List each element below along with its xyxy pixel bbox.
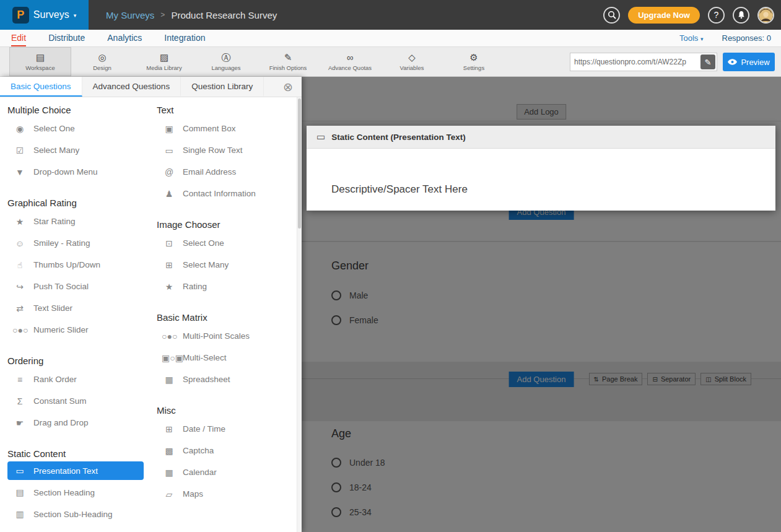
qt-single-row-text[interactable]: ▭ Single Row Text [157, 139, 302, 161]
qt-email-address[interactable]: @ Email Address [157, 161, 302, 183]
panel-scrollbar[interactable] [297, 97, 302, 532]
survey-editor-main: Add Logo Add Question Gender Male Female [302, 77, 781, 532]
group-title: Static Content [7, 448, 157, 459]
qt-section-sub-heading[interactable]: ▥ Section Sub-Heading [7, 504, 157, 525]
toolbar-variables[interactable]: ◇ Variables [381, 47, 443, 76]
qt-select-one[interactable]: ◉ Select One [7, 118, 157, 139]
qt-multi-point-scales[interactable]: ○●○ Multi-Point Scales [157, 325, 302, 347]
scrollbar-thumb[interactable] [298, 98, 301, 229]
tab-advanced-questions[interactable]: Advanced Questions [82, 77, 181, 97]
panel-body: Multiple Choice ◉ Select One ☑ Select Ma… [0, 97, 302, 532]
hand-pointer-icon: ☛ [12, 418, 27, 428]
qt-maps[interactable]: ▱ Maps [157, 483, 302, 505]
question-mark-icon: ? [714, 10, 719, 20]
smiley-icon: ☺ [12, 238, 27, 248]
app: P Surveys ▾ My Surveys > Product Researc… [0, 0, 781, 532]
qt-numeric-slider[interactable]: ○●○ Numeric Slider [7, 319, 157, 341]
toolbar-design[interactable]: ◎ Design [71, 47, 133, 76]
responses-count[interactable]: Responses: 0 [722, 33, 772, 43]
group-graphical-rating: Graphical Rating ★ Star Rating ☺ Smiley … [7, 198, 157, 341]
tools-label: Tools [679, 33, 698, 43]
edit-url-button[interactable]: ✎ [700, 55, 715, 69]
qt-select-many[interactable]: ☑ Select Many [7, 139, 157, 161]
main-nav: Edit Distribute Analytics Integration To… [0, 30, 781, 47]
radio-icon: ◉ [12, 124, 27, 134]
qt-multi-select[interactable]: ▣○▣ Multi-Select [157, 347, 302, 368]
qt-dropdown-menu[interactable]: ▼ Drop-down Menu [7, 161, 157, 183]
search-icon [608, 11, 616, 19]
panel-tabs: Basic Questions Advanced Questions Quest… [0, 77, 302, 97]
tab-question-library[interactable]: Question Library [181, 77, 264, 97]
calendar-icon: ▦ [162, 468, 177, 477]
qt-smiley-rating[interactable]: ☺ Smiley - Rating [7, 232, 157, 254]
toolbar-media-library[interactable]: ▨ Media Library [133, 47, 195, 76]
notifications-button[interactable] [733, 7, 749, 24]
upgrade-button[interactable]: Upgrade Now [628, 7, 700, 24]
design-icon: ◎ [98, 53, 106, 62]
workspace-icon: ▤ [36, 53, 45, 62]
tools-menu[interactable]: Tools ▾ [679, 33, 704, 43]
toolbar-advance-quotas[interactable]: ∞ Advance Quotas [319, 47, 381, 76]
tab-edit[interactable]: Edit [11, 30, 26, 46]
tab-analytics[interactable]: Analytics [107, 30, 142, 46]
qt-comment-box[interactable]: ▣ Comment Box [157, 118, 302, 139]
qt-contact-information[interactable]: ♟ Contact Information [157, 183, 302, 204]
map-icon: ▱ [162, 489, 177, 499]
qt-spreadsheet[interactable]: ▦ Spreadsheet [157, 368, 302, 390]
card-body-text[interactable]: Descriptive/Spacer Text Here [307, 149, 775, 196]
qt-captcha[interactable]: ▩ Captcha [157, 440, 302, 461]
group-basic-matrix: Basic Matrix ○●○ Multi-Point Scales ▣○▣ … [157, 312, 302, 390]
avatar[interactable] [757, 7, 774, 24]
qt-text-slider[interactable]: ⇄ Text Slider [7, 297, 157, 319]
group-title: Misc [157, 405, 302, 416]
qt-thumbs-up-down[interactable]: ☝ Thumbs Up/Down [7, 254, 157, 276]
qt-section-heading[interactable]: ▤ Section Heading [7, 482, 157, 504]
qt-image-rating[interactable]: ★ Rating [157, 276, 302, 297]
qt-star-rating[interactable]: ★ Star Rating [7, 211, 157, 232]
close-icon[interactable]: ⊗ [283, 81, 293, 93]
tab-distribute[interactable]: Distribute [48, 30, 85, 46]
toolbar: ▤ Workspace ◎ Design ▨ Media Library Ⓐ L… [0, 47, 781, 77]
search-button[interactable] [603, 7, 620, 24]
toolbar-workspace[interactable]: ▤ Workspace [9, 47, 71, 76]
qt-rank-order[interactable]: ≡ Rank Order [7, 368, 157, 390]
chevron-down-icon: ▾ [700, 36, 704, 42]
help-button[interactable]: ? [708, 7, 725, 24]
single-row-icon: ▭ [162, 146, 177, 155]
qt-presentation-text[interactable]: ▭ Presentation Text [7, 461, 144, 480]
qt-image-select-many[interactable]: ⊞ Select Many [157, 254, 302, 276]
survey-url-input[interactable] [570, 53, 700, 71]
product-switcher[interactable]: P Surveys ▾ [0, 0, 89, 30]
qt-calendar[interactable]: ▦ Calendar [157, 461, 302, 483]
presentation-text-icon: ▭ [316, 131, 325, 142]
toolbar-finish-options[interactable]: ✎ Finish Options [257, 47, 319, 76]
tab-basic-questions[interactable]: Basic Questions [0, 77, 82, 97]
heading-icon: ▤ [12, 487, 27, 497]
topbar-actions: Upgrade Now ? [603, 7, 781, 24]
qt-push-to-social[interactable]: ↪ Push To Social [7, 276, 157, 297]
dropdown-icon: ▼ [12, 167, 27, 177]
group-multiple-choice: Multiple Choice ◉ Select One ☑ Select Ma… [7, 105, 157, 183]
preview-button[interactable]: Preview [723, 53, 775, 71]
static-content-card[interactable]: ▭ Static Content (Presentation Text) Des… [307, 126, 775, 211]
share-icon: ↪ [12, 282, 27, 292]
card-title: Static Content (Presentation Text) [331, 133, 466, 142]
breadcrumb-my-surveys[interactable]: My Surveys [106, 10, 154, 20]
toolbar-settings[interactable]: ⚙ Settings [443, 47, 505, 76]
topbar: P Surveys ▾ My Surveys > Product Researc… [0, 0, 781, 30]
qt-image-select-one[interactable]: ⊡ Select One [157, 232, 302, 254]
tag-icon: ◇ [408, 53, 416, 62]
quotas-icon: ∞ [347, 53, 354, 62]
group-title: Graphical Rating [7, 198, 157, 208]
qt-drag-and-drop[interactable]: ☛ Drag and Drop [7, 412, 157, 434]
image-star-icon: ★ [162, 282, 177, 292]
qt-constant-sum[interactable]: Σ Constant Sum [7, 390, 157, 412]
sigma-icon: Σ [12, 396, 27, 406]
person-icon: ♟ [162, 189, 177, 199]
tab-integration[interactable]: Integration [164, 30, 205, 46]
group-image-chooser: Image Chooser ⊡ Select One ⊞ Select Many… [157, 219, 302, 297]
breadcrumb-current-survey: Product Research Survey [171, 10, 277, 20]
image-icon: ⊡ [162, 238, 177, 248]
toolbar-languages[interactable]: Ⓐ Languages [195, 47, 257, 76]
qt-date-time[interactable]: ⊞ Date / Time [157, 418, 302, 440]
